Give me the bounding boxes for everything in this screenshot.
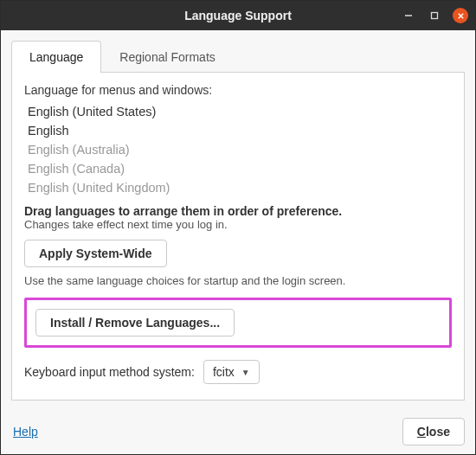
tab-regional-formats[interactable]: Regional Formats <box>101 41 234 73</box>
list-item[interactable]: English (United Kingdom) <box>24 178 452 197</box>
window-title: Language Support <box>184 9 292 22</box>
help-link[interactable]: Help <box>13 425 38 439</box>
close-dialog-button[interactable]: Close <box>402 418 465 445</box>
maximize-button[interactable] <box>427 8 442 23</box>
window: Language Support Language Regional Forma… <box>0 0 476 455</box>
install-remove-languages-button[interactable]: Install / Remove Languages... <box>35 309 235 336</box>
chevron-down-icon: ▼ <box>241 368 250 377</box>
tab-bar: Language Regional Formats <box>11 41 465 73</box>
content-area: Language Regional Formats Language for m… <box>1 30 475 409</box>
apply-note: Use the same language choices for startu… <box>24 274 452 287</box>
tab-panel-language: Language for menus and windows: English … <box>11 73 465 401</box>
list-item[interactable]: English <box>24 121 452 140</box>
keyboard-input-row: Keyboard input method system: fcitx ▼ <box>24 360 452 384</box>
dialog-footer: Help Close <box>1 409 475 454</box>
minimize-button[interactable] <box>401 8 416 23</box>
titlebar: Language Support <box>1 1 475 30</box>
window-controls <box>401 1 468 30</box>
list-item[interactable]: English (United States) <box>24 102 452 121</box>
apply-system-wide-button[interactable]: Apply System-Wide <box>24 240 167 267</box>
keyboard-input-select[interactable]: fcitx ▼ <box>203 360 260 384</box>
install-remove-highlight: Install / Remove Languages... <box>24 298 452 348</box>
language-list[interactable]: English (United States) English English … <box>24 102 452 197</box>
svg-rect-1 <box>432 13 438 19</box>
menus-windows-label: Language for menus and windows: <box>24 83 452 97</box>
list-item[interactable]: English (Canada) <box>24 159 452 178</box>
drag-hint: Drag languages to arrange them in order … <box>24 204 452 218</box>
tab-language[interactable]: Language <box>11 41 101 73</box>
list-item[interactable]: English (Australia) <box>24 140 452 159</box>
close-button[interactable] <box>453 8 468 23</box>
keyboard-input-value: fcitx <box>213 365 235 379</box>
login-hint: Changes take effect next time you log in… <box>24 218 452 231</box>
keyboard-input-label: Keyboard input method system: <box>24 365 195 379</box>
